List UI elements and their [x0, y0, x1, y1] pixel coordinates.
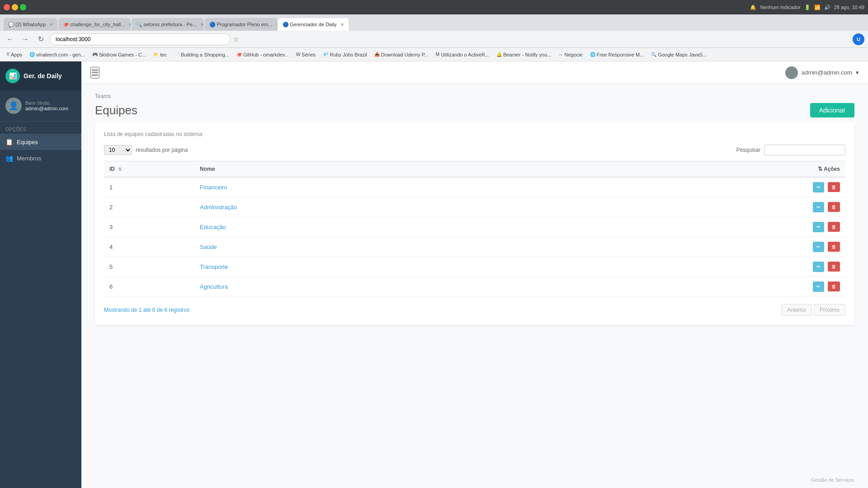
window-minimize-btn[interactable]	[12, 4, 18, 10]
tab-close-icon[interactable]: ✕	[340, 22, 344, 27]
prev-button[interactable]: Anterior	[781, 304, 812, 316]
browser-tab-tab5[interactable]: 🔵Gerenciador de Daily✕	[278, 18, 348, 31]
cell-actions: ✏ 🗑	[791, 197, 845, 217]
sidebar-item-equipes[interactable]: 📋 Equipes	[0, 134, 81, 150]
browser-profile-button[interactable]: U	[853, 33, 864, 45]
sidebar-user: 👤 Bem Vindo, admin@admin.com	[0, 90, 81, 122]
browser-tab-tab4[interactable]: 🔵Programador Pleno em...✕	[205, 18, 277, 31]
col-header-id[interactable]: ID ⇅	[104, 161, 194, 178]
table-card: Lista de equipes cadastradas no sistema …	[95, 122, 854, 325]
cell-actions: ✏ 🗑	[791, 177, 845, 197]
cell-id: 1	[104, 177, 194, 197]
delete-button[interactable]: 🗑	[828, 182, 840, 192]
edit-button[interactable]: ✏	[813, 222, 824, 232]
name-link[interactable]: Administração	[200, 204, 237, 211]
top-bar-avatar	[785, 66, 798, 79]
battery-icon: 🔋	[804, 5, 811, 10]
search-label: Pesquisar	[736, 147, 760, 153]
welcome-text: Bem Vindo,	[25, 100, 68, 106]
delete-button[interactable]: 🗑	[828, 222, 840, 232]
bookmark-tec[interactable]: 📁tec	[151, 51, 170, 58]
bookmark-github---omarkdev...[interactable]: 🐙GitHub - omarkdev...	[234, 51, 292, 58]
delete-button[interactable]: 🗑	[828, 262, 840, 272]
delete-button[interactable]: 🗑	[828, 202, 840, 212]
delete-button[interactable]: 🗑	[828, 242, 840, 252]
bookmark-beamer---notify-you.[interactable]: 🔔Beamer - Notify you...	[494, 51, 554, 58]
wifi-icon: 📶	[814, 5, 821, 10]
add-button[interactable]: Adicionar	[810, 103, 854, 117]
bookmark-free-responsive-m...[interactable]: 🌐Free Responsive M...	[587, 51, 647, 58]
name-link[interactable]: Financeiro	[200, 184, 227, 191]
bookmark-building-a-shopping.[interactable]: 📄Building a Shopping...	[171, 51, 232, 58]
window-close-btn[interactable]	[4, 4, 10, 10]
edit-button[interactable]: ✏	[813, 182, 824, 192]
bookmark-apps[interactable]: ⠿Apps	[4, 51, 25, 58]
edit-button[interactable]: ✏	[813, 242, 824, 252]
reload-button[interactable]: ↻	[34, 33, 47, 46]
search-input[interactable]	[764, 145, 845, 155]
bookmark-vinaleech.com---gen.[interactable]: 🌐vinaleech.com - gen...	[27, 51, 88, 58]
tab-favicon: 🔍	[136, 22, 142, 27]
cell-actions: ✏ 🗑	[791, 217, 845, 237]
membros-label: Membros	[17, 155, 41, 162]
bookmark-google-maps-javas...[interactable]: 🔍Google Maps JavaS...	[648, 51, 709, 58]
back-button[interactable]: ←	[4, 33, 16, 46]
address-bar[interactable]	[50, 33, 231, 45]
cell-name: Educação	[194, 217, 791, 237]
bookmark-séries[interactable]: WSéries	[293, 51, 319, 58]
notification-icon: 🔔	[750, 5, 756, 10]
bookmark-negocie[interactable]: ↔Negocie	[556, 51, 585, 58]
tab-close-icon[interactable]: ✕	[200, 22, 204, 27]
browser-titlebar: 🔔 Nenhum indicador 🔋 📶 🔊 28 ago, 10:49	[0, 0, 868, 14]
hamburger-button[interactable]: ☰	[90, 67, 99, 79]
sidebar-item-membros[interactable]: 👥 Membros	[0, 150, 81, 166]
browser-tab-tab3[interactable]: 🔍setores prefeitura - Pe...✕	[132, 18, 204, 31]
tab-close-icon[interactable]: ✕	[128, 22, 131, 27]
tab-favicon: 🔵	[209, 22, 215, 27]
next-button[interactable]: Próximo	[814, 304, 845, 316]
cell-actions: ✏ 🗑	[791, 277, 845, 297]
tab-favicon: 🔵	[283, 22, 288, 27]
per-page-select[interactable]: 10 25 50	[104, 145, 132, 155]
sidebar-opcoes-label: OPÇÕES	[0, 122, 81, 134]
name-link[interactable]: Agricultura	[200, 283, 228, 290]
bookmark-utilizando-o-activer[interactable]: MUtilizando o ActiveR...	[433, 51, 492, 58]
bookmark-star-icon[interactable]: ☆	[233, 36, 239, 43]
app-footer: Gestão de Serviços	[81, 472, 868, 488]
name-link[interactable]: Educação	[200, 224, 226, 230]
edit-button[interactable]: ✏	[813, 202, 824, 212]
bookmarks-bar: ⠿Apps🌐vinaleech.com - gen...🎮Skidrow Gam…	[0, 48, 868, 61]
tab-close-icon[interactable]: ✕	[49, 22, 53, 27]
delete-button[interactable]: 🗑	[828, 282, 840, 291]
edit-button[interactable]: ✏	[813, 282, 824, 292]
table-row: 3 Educação ✏ 🗑	[104, 217, 845, 237]
edit-button[interactable]: ✏	[813, 262, 824, 272]
col-header-name[interactable]: Nome	[194, 161, 791, 178]
per-page-control: 10 25 50 resultados por página	[104, 145, 188, 155]
browser-tab-tab1[interactable]: 💬(2) WhatsApp✕	[4, 18, 57, 31]
bookmark-ruby-jobs-brazil[interactable]: 💎Ruby Jobs Brazil	[320, 51, 370, 58]
tab-close-icon[interactable]: ✕	[276, 22, 277, 27]
name-link[interactable]: Saúde	[200, 244, 217, 250]
table-row: 2 Administração ✏ 🗑	[104, 197, 845, 217]
top-bar-user[interactable]: admin@admin.com ▾	[785, 66, 859, 79]
equipes-icon: 📋	[5, 138, 13, 145]
cell-name: Agricultura	[194, 277, 791, 297]
app-wrapper: 📊 Ger. de Daily 👤 Bem Vindo, admin@admin…	[0, 61, 868, 488]
bookmark-skidrow-games---c...[interactable]: 🎮Skidrow Games - C...	[90, 51, 149, 58]
membros-icon: 👥	[5, 155, 13, 162]
browser-toolbar: ← → ↻ ☆ U	[0, 31, 868, 48]
search-area: Pesquisar	[736, 145, 845, 155]
top-bar-dropdown-icon[interactable]: ▾	[856, 69, 859, 76]
window-maximize-btn[interactable]	[20, 4, 26, 10]
table-header-row: ID ⇅ Nome ⇅ Ações	[104, 161, 845, 178]
browser-tab-tab2[interactable]: 🐙challenge_for_city_hall...✕	[58, 18, 131, 31]
per-page-label: resultados por página	[136, 147, 188, 153]
name-link[interactable]: Transporte	[200, 263, 228, 270]
notification-area: 🔔 Nenhum indicador 🔋 📶 🔊 28 ago, 10:49	[750, 5, 864, 10]
bookmark-download-udemy-p...[interactable]: 📥Download Udemy P...	[372, 51, 431, 58]
top-bar: ☰ admin@admin.com ▾	[81, 61, 868, 84]
table-row: 1 Financeiro ✏ 🗑	[104, 177, 845, 197]
forward-button[interactable]: →	[19, 33, 32, 46]
table-row: 6 Agricultura ✏ 🗑	[104, 277, 845, 297]
